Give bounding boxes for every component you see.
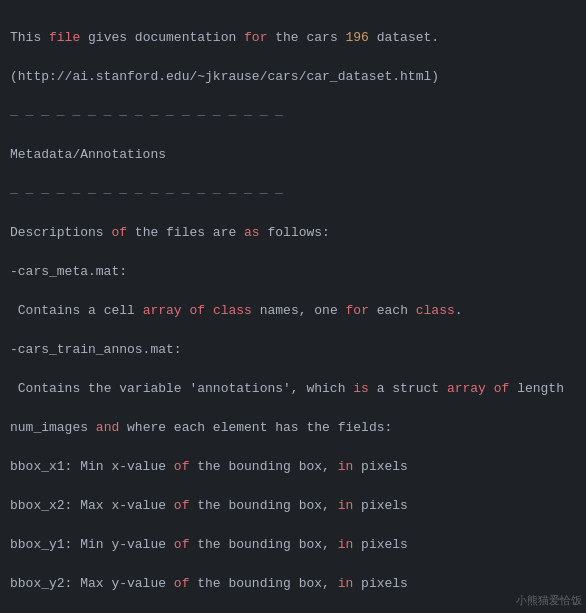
watermark: 小熊猫爱恰饭	[516, 593, 582, 610]
code-content: This file gives documentation for the ca…	[10, 8, 576, 613]
